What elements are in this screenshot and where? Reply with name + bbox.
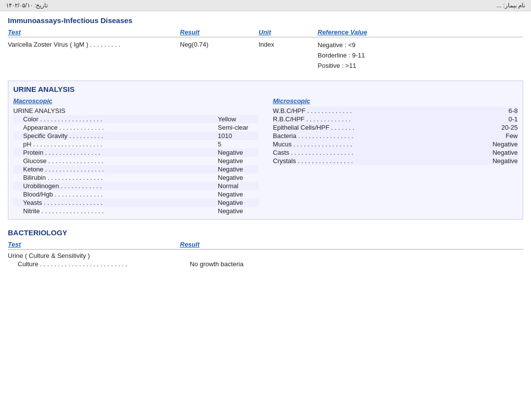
bact-row: Culture . . . . . . . . . . . . . . . . … <box>8 260 523 268</box>
micro-value: 0-1 <box>488 115 518 123</box>
micro-value: Negative <box>488 157 518 165</box>
top-bar: نام بیمار: ... تاریخ: ۱۴۰۲/۰۵/۱۰ <box>0 0 531 11</box>
macro-value: Semi-clear <box>218 124 257 131</box>
macro-label: Glucose . . . . . . . . . . . . . . . . <box>23 157 218 165</box>
macroscopic-row: Color . . . . . . . . . . . . . . . . . … <box>13 115 258 123</box>
macroscopic-col: Macroscopic URINE ANALYSIS Color . . . .… <box>13 97 258 215</box>
macroscopic-header: Macroscopic <box>13 97 258 105</box>
macro-value: Negative <box>218 199 257 206</box>
macro-label: Appearance . . . . . . . . . . . . . <box>23 124 218 131</box>
microscopic-row: R.B.C/HPF . . . . . . . . . . . . .0-1 <box>273 115 518 123</box>
macroscopic-row: pH . . . . . . . . . . . . . . . . . . .… <box>13 140 258 148</box>
macro-label: Yeasts . . . . . . . . . . . . . . . . . <box>23 199 218 206</box>
bact-label: Culture . . . . . . . . . . . . . . . . … <box>18 260 190 268</box>
microscopic-row: Mucus . . . . . . . . . . . . . . . . .N… <box>273 140 518 148</box>
microscopic-col: Microscopic W.B.C/HPF . . . . . . . . . … <box>273 97 518 215</box>
macroscopic-row: Glucose . . . . . . . . . . . . . . . .N… <box>13 157 258 165</box>
urine-analysis-section: URINE ANALYSIS Macroscopic URINE ANALYSI… <box>8 81 523 220</box>
macroscopic-row: Specific Gravity . . . . . . . . . .1010 <box>13 132 258 140</box>
micro-label: R.B.C/HPF . . . . . . . . . . . . . <box>273 115 488 123</box>
macroscopic-row: Appearance . . . . . . . . . . . . .Semi… <box>13 123 258 132</box>
macro-value: Negative <box>218 166 257 173</box>
col-header-result: Result <box>180 28 259 36</box>
macro-label: Ketone . . . . . . . . . . . . . . . . . <box>23 166 218 173</box>
macro-label: Urobilinogen . . . . . . . . . . . . <box>23 182 218 190</box>
macro-value: Negative <box>218 157 257 165</box>
bacteriology-title: BACTERIOLOGY <box>8 228 523 237</box>
bact-col-header-test: Test <box>8 241 180 248</box>
urine-parent-row: URINE ANALYSIS <box>13 107 258 115</box>
micro-value: Few <box>488 132 518 140</box>
immunoassays-section: Immunoassays-Infectious Diseases Test Re… <box>8 16 523 72</box>
test-name: Varicella Zoster Virus ( IgM ) . . . . .… <box>8 40 180 49</box>
bact-parent-row: Urine ( Culture & Sensitivity ) <box>8 252 523 260</box>
micro-label: Bacteria . . . . . . . . . . . . . . . . <box>273 132 488 140</box>
macro-value: Yellow <box>218 115 257 123</box>
macro-value: 5 <box>218 140 257 148</box>
micro-value: Negative <box>488 140 518 148</box>
micro-label: Casts . . . . . . . . . . . . . . . . . … <box>273 149 488 156</box>
microscopic-row: W.B.C/HPF . . . . . . . . . . . . .6-8 <box>273 107 518 115</box>
macro-value: Negative <box>218 174 257 181</box>
col-header-ref: Reference Value <box>318 28 523 36</box>
micro-label: Crystals . . . . . . . . . . . . . . . . <box>273 157 488 165</box>
macro-label: Blood/Hgb . . . . . . . . . . . . . . <box>23 191 218 198</box>
micro-label: Mucus . . . . . . . . . . . . . . . . . <box>273 140 488 148</box>
bact-value: No growth bacteria <box>190 260 523 268</box>
macro-value: Normal <box>218 182 257 190</box>
top-bar-left: نام بیمار: ... <box>497 2 525 9</box>
bacteriology-rows: Culture . . . . . . . . . . . . . . . . … <box>8 260 523 268</box>
top-bar-right: تاریخ: ۱۴۰۲/۰۵/۱۰ <box>6 2 48 9</box>
urine-analysis-title: URINE ANALYSIS <box>13 85 518 93</box>
macro-value: Negative <box>218 207 257 215</box>
micro-value: Negative <box>488 149 518 156</box>
microscopic-row: Epithelial Cells/HPF . . . . . . .20-25 <box>273 123 518 132</box>
test-ref: Negative : <9Borderline : 9-11Positive :… <box>318 40 523 71</box>
immunoassays-rows: Varicella Zoster Virus ( IgM ) . . . . .… <box>8 39 523 72</box>
microscopic-row: Crystals . . . . . . . . . . . . . . . .… <box>273 157 518 165</box>
macro-value: 1010 <box>218 132 257 140</box>
urine-analysis-grid: Macroscopic URINE ANALYSIS Color . . . .… <box>13 97 518 215</box>
col-header-unit: Unit <box>259 28 318 36</box>
micro-label: Epithelial Cells/HPF . . . . . . . <box>273 124 488 131</box>
macro-label: Protein . . . . . . . . . . . . . . . . <box>23 149 218 156</box>
test-result: Neg(0.74) <box>180 40 259 49</box>
macro-label: Nitrite . . . . . . . . . . . . . . . . … <box>23 207 218 215</box>
immunoassays-title: Immunoassays-Infectious Diseases <box>8 16 523 25</box>
immunoassays-row: Varicella Zoster Virus ( IgM ) . . . . .… <box>8 39 523 72</box>
macroscopic-row: Ketone . . . . . . . . . . . . . . . . .… <box>13 165 258 173</box>
macro-label: Color . . . . . . . . . . . . . . . . . … <box>23 115 218 123</box>
micro-value: 20-25 <box>488 124 518 131</box>
macro-value: Negative <box>218 149 257 156</box>
immunoassays-col-headers: Test Result Unit Reference Value <box>8 28 523 37</box>
micro-value: 6-8 <box>488 107 518 114</box>
macroscopic-row: Bilirubin . . . . . . . . . . . . . . . … <box>13 173 258 182</box>
main-content: Immunoassays-Infectious Diseases Test Re… <box>0 11 531 280</box>
microscopic-rows: W.B.C/HPF . . . . . . . . . . . . .6-8R.… <box>273 107 518 165</box>
macroscopic-row: Yeasts . . . . . . . . . . . . . . . . .… <box>13 198 258 207</box>
microscopic-row: Casts . . . . . . . . . . . . . . . . . … <box>273 148 518 157</box>
col-header-test: Test <box>8 28 180 36</box>
bacteriology-section: BACTERIOLOGY Test Result Urine ( Culture… <box>8 228 523 268</box>
microscopic-row: Bacteria . . . . . . . . . . . . . . . .… <box>273 132 518 140</box>
macroscopic-row: Blood/Hgb . . . . . . . . . . . . . .Neg… <box>13 190 258 198</box>
bact-col-headers: Test Result <box>8 240 523 250</box>
macroscopic-rows: Color . . . . . . . . . . . . . . . . . … <box>13 115 258 215</box>
micro-label: W.B.C/HPF . . . . . . . . . . . . . <box>273 107 488 114</box>
bact-col-header-result: Result <box>180 241 523 248</box>
macro-label: Bilirubin . . . . . . . . . . . . . . . … <box>23 174 218 181</box>
macroscopic-row: Nitrite . . . . . . . . . . . . . . . . … <box>13 207 258 215</box>
macroscopic-row: Protein . . . . . . . . . . . . . . . .N… <box>13 148 258 157</box>
macro-label: pH . . . . . . . . . . . . . . . . . . .… <box>23 140 218 148</box>
macro-value: Negative <box>218 191 257 198</box>
macroscopic-row: Urobilinogen . . . . . . . . . . . .Norm… <box>13 182 258 190</box>
microscopic-header: Microscopic <box>273 97 518 105</box>
test-unit: Index <box>259 40 318 49</box>
macro-label: Specific Gravity . . . . . . . . . . <box>23 132 218 140</box>
